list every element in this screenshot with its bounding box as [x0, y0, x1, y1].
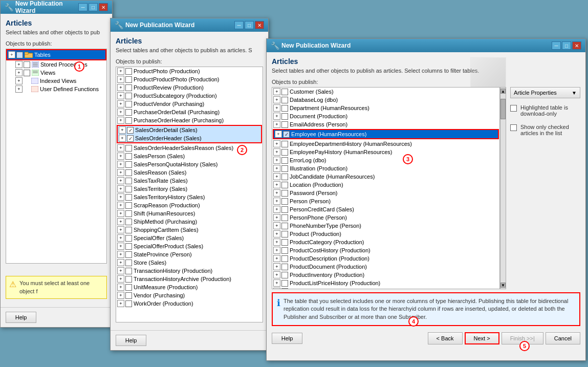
tree-item-pdesc[interactable]: + ProductDescription (Production) — [272, 254, 499, 263]
tree-item-loc[interactable]: + Location (Production) — [272, 181, 499, 189]
expand-sod[interactable]: + — [119, 126, 126, 134]
cb-doc[interactable] — [281, 113, 288, 120]
cb-dept[interactable] — [281, 105, 288, 112]
window3-minimize[interactable]: ─ — [552, 41, 561, 50]
tree-item-prodcat[interactable]: + ProductCategory (Production) — [272, 238, 499, 246]
window1-help-button[interactable]: Help — [6, 312, 36, 323]
cb-pp[interactable] — [125, 68, 132, 75]
window3-tree[interactable]: + Customer (Sales) + DatabaseLog (dbo) +… — [272, 87, 500, 289]
expand-pdesc[interactable]: + — [273, 255, 280, 262]
cb-loc[interactable] — [281, 182, 288, 188]
window2-minimize[interactable]: ─ — [234, 21, 244, 29]
expand-vendor[interactable]: + — [117, 292, 124, 299]
cb-vendor[interactable] — [125, 292, 132, 299]
checkbox-stored[interactable] — [24, 61, 30, 68]
cb-um[interactable] — [125, 284, 132, 291]
tree-scrollbar[interactable]: ▲ ▼ — [500, 87, 506, 289]
expand-pv[interactable]: + — [117, 100, 124, 107]
expand-pod[interactable]: + — [117, 109, 124, 116]
cb-spqh[interactable] — [125, 161, 132, 168]
window3-next-button[interactable]: Next > — [465, 332, 499, 344]
window1-minimize[interactable]: ─ — [78, 3, 88, 11]
expand-tables[interactable]: + — [8, 51, 15, 58]
expand-pcc[interactable]: + — [273, 206, 280, 213]
tree-item-pm[interactable]: + ProductModel (Production) — [272, 287, 499, 289]
tree-item-email[interactable]: + EmailAddress (Person) — [272, 120, 499, 128]
expand-wo[interactable]: + — [117, 300, 124, 307]
window3-help-button[interactable]: Help — [272, 333, 302, 344]
tree-item-str[interactable]: + SalesTaxRate (Sales) — [116, 177, 263, 185]
tree-item-stt[interactable]: + SalesTerritory (Sales) — [116, 185, 263, 193]
scroll-up[interactable]: ▲ — [500, 89, 506, 94]
cb-pv[interactable] — [125, 101, 132, 107]
tree-item-errlog[interactable]: + ErrorLog (dbo) — [272, 156, 499, 164]
tree-item-prod[interactable]: + Product (Production) — [272, 230, 499, 238]
expand-scr[interactable]: + — [117, 202, 124, 209]
expand-tha[interactable]: + — [117, 275, 124, 283]
checkbox-tables[interactable] — [16, 52, 23, 58]
tree-item-pdoc[interactable]: + ProductDocument (Production) — [272, 263, 499, 271]
tree-item-soh[interactable]: + SalesOrderHeader (Sales) — [118, 134, 261, 142]
tree-item-pinv[interactable]: + ProductInventory (Production) — [272, 271, 499, 279]
cb-jc[interactable] — [281, 174, 288, 180]
expand-errlog[interactable]: + — [273, 157, 280, 164]
cb-pinv[interactable] — [281, 272, 288, 278]
cb-tha[interactable] — [125, 276, 132, 283]
expand-dept[interactable]: + — [273, 104, 280, 112]
cb-sod[interactable] — [127, 127, 134, 134]
window3-cancel-button[interactable]: Cancel — [546, 332, 580, 344]
expand-str[interactable]: + — [117, 177, 124, 184]
cb-shift[interactable] — [125, 210, 132, 217]
cb-eph[interactable] — [281, 149, 288, 156]
tree-item-vendor[interactable]: + Vendor (Purchasing) — [116, 291, 263, 299]
expand-pdoc[interactable]: + — [273, 263, 280, 270]
expand-soh[interactable]: + — [119, 135, 126, 142]
expand-pinv[interactable]: + — [273, 271, 280, 278]
cb-shipm[interactable] — [125, 219, 132, 225]
scroll-down[interactable]: ▼ — [500, 283, 506, 288]
expand-eph[interactable]: + — [273, 148, 280, 156]
expand-stt[interactable]: + — [117, 185, 124, 192]
cb-poh[interactable] — [125, 117, 132, 124]
cb-pdoc[interactable] — [281, 264, 288, 270]
cb-str[interactable] — [125, 178, 132, 184]
tree-item-views[interactable]: + Views — [6, 69, 106, 77]
cb-employee[interactable] — [283, 131, 290, 138]
expand-pnt[interactable]: + — [273, 222, 280, 229]
tree-item-stth[interactable]: + SalesTerritoryHistory (Sales) — [116, 193, 263, 201]
cb-th[interactable] — [125, 268, 132, 274]
cb-stth[interactable] — [125, 194, 132, 201]
expand-pr[interactable]: + — [117, 84, 124, 91]
tree-item-tha[interactable]: + TransactionHistoryArchive (Production) — [116, 275, 263, 283]
expand-th[interactable]: + — [117, 267, 124, 274]
cb-pcc[interactable] — [281, 206, 288, 213]
expand-prodcat[interactable]: + — [273, 239, 280, 246]
cb-show-checked[interactable] — [510, 124, 517, 131]
window2-restore[interactable]: □ — [245, 21, 254, 29]
expand-dblog[interactable]: + — [273, 96, 280, 103]
cb-email[interactable] — [281, 121, 288, 128]
window2-help-button[interactable]: Help — [116, 335, 146, 346]
expand-sp[interactable]: + — [117, 153, 124, 160]
expand-person[interactable]: + — [273, 198, 280, 205]
expand-shipm[interactable]: + — [117, 218, 124, 225]
window3-back-button[interactable]: < Back — [428, 332, 463, 344]
tree-item-edh[interactable]: + EmployeeDepartmentHistory (HumanResour… — [272, 140, 499, 148]
tree-item-pp3[interactable]: + PersonPhone (Person) — [272, 213, 499, 222]
cb-pnt[interactable] — [281, 223, 288, 229]
expand-pm[interactable]: + — [273, 288, 280, 289]
expand-jc[interactable]: + — [273, 173, 280, 180]
expand-plph[interactable]: + — [273, 279, 280, 287]
expand-edh[interactable]: + — [273, 140, 280, 147]
tree-item-pcc[interactable]: + PersonCreditCard (Sales) — [272, 205, 499, 213]
tree-item-scr[interactable]: + ScrapReason (Production) — [116, 201, 263, 209]
window1-tree[interactable]: + Tables + Stored Procedures — [6, 49, 107, 264]
cb-pdesc[interactable] — [281, 255, 288, 262]
tree-item-stored-proc[interactable]: + Stored Procedures — [6, 60, 106, 69]
tree-item-pv[interactable]: + ProductVendor (Purchasing) — [116, 100, 263, 108]
tree-item-employee[interactable]: + Employee (HumanResources) — [274, 130, 498, 138]
window1-restore[interactable]: □ — [89, 3, 98, 11]
cb-scr[interactable] — [125, 202, 132, 209]
cb-pwd[interactable] — [281, 190, 288, 197]
cb-pch[interactable] — [281, 247, 288, 254]
